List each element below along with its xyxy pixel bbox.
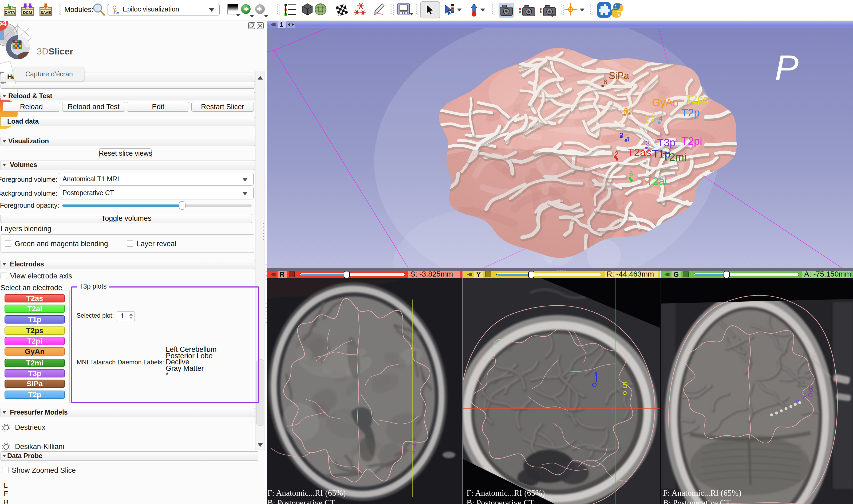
svg-text:DATA: DATA <box>4 10 15 15</box>
svg-text:T2as: T2as <box>628 147 651 158</box>
svg-text:4: 4 <box>625 135 629 143</box>
svg-text:5: 5 <box>624 107 628 115</box>
svg-text:T2pi: T2pi <box>682 135 702 147</box>
svg-text:DCM: DCM <box>23 10 32 15</box>
svg-text:6: 6 <box>652 112 656 120</box>
svg-text:7: 7 <box>412 442 417 451</box>
svg-text:T2mi: T2mi <box>663 151 687 163</box>
svg-text:8: 8 <box>808 383 813 394</box>
svg-text:SAVE: SAVE <box>40 10 51 15</box>
svg-text:T2ps: T2ps <box>685 93 709 105</box>
svg-text:3: 3 <box>619 131 623 139</box>
svg-text:6: 6 <box>629 105 633 113</box>
svg-text:6: 6 <box>603 78 607 86</box>
svg-text:T3p: T3p <box>657 137 675 148</box>
svg-text:1: 1 <box>280 21 283 28</box>
svg-text:P: P <box>775 48 799 88</box>
svg-text:2: 2 <box>615 150 618 158</box>
svg-text:GyAn: GyAn <box>652 97 679 108</box>
svg-text:6: 6 <box>629 170 633 178</box>
svg-text:3: 3 <box>646 139 650 147</box>
svg-text:ICM: ICM <box>113 11 119 15</box>
svg-text:5: 5 <box>623 380 628 390</box>
svg-text:5: 5 <box>646 114 650 122</box>
svg-text:T2p: T2p <box>682 107 700 119</box>
svg-text:T2ai: T2ai <box>646 175 667 187</box>
svg-text:4: 4 <box>659 114 663 122</box>
svg-text:SiPa: SiPa <box>609 70 629 81</box>
